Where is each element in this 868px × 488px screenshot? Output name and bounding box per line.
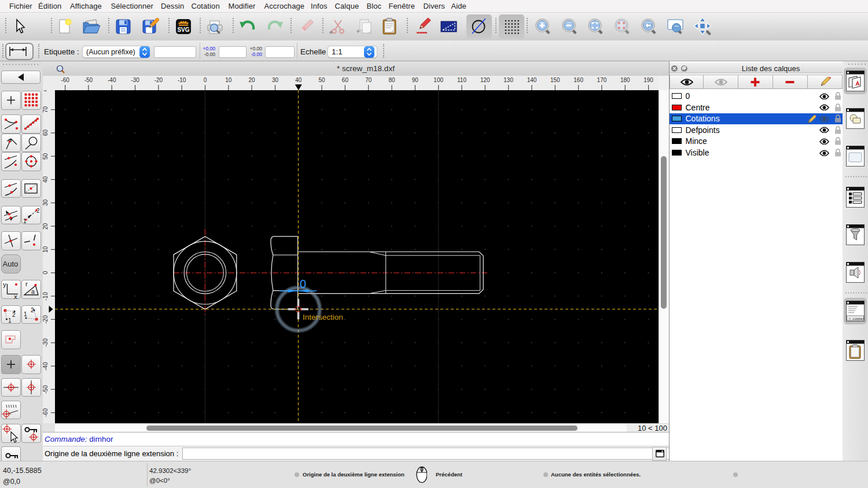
svg-text:a: a <box>31 288 35 295</box>
svg-text:Intersection: Intersection <box>303 313 343 321</box>
svg-text:1: 1 <box>24 311 27 317</box>
svg-text:1: 1 <box>8 317 12 324</box>
svg-text:SVG: SVG <box>177 27 189 33</box>
svg-text:1: 1 <box>23 218 27 224</box>
svg-text:2: 2 <box>31 307 34 313</box>
svg-text:0: 0 <box>300 278 306 290</box>
svg-text:> command: > command <box>849 317 865 321</box>
svg-text:x: x <box>14 293 17 299</box>
svg-text:y: y <box>3 281 6 288</box>
svg-text:r: r <box>25 280 28 287</box>
svg-text:2: 2 <box>12 312 16 318</box>
svg-text:2: 2 <box>36 208 40 214</box>
